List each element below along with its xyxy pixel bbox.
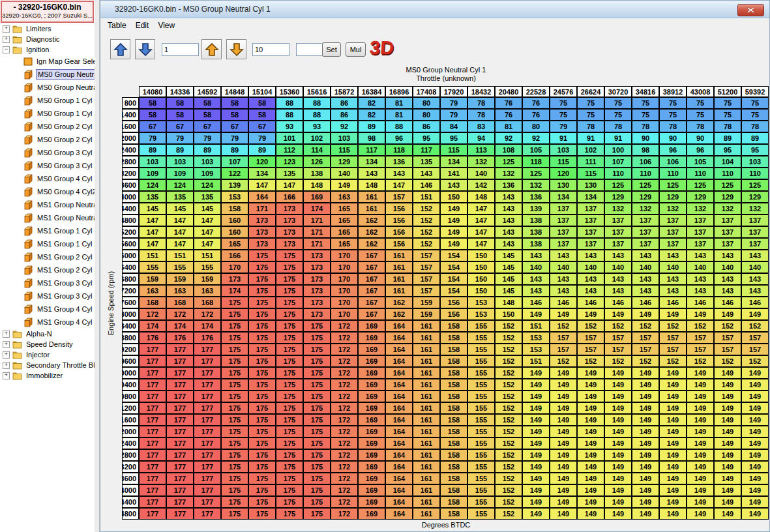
map-cell[interactable]: 140 — [632, 261, 659, 273]
map-cell[interactable]: 175 — [303, 391, 331, 402]
map-cell[interactable]: 95 — [440, 132, 467, 144]
map-cell[interactable]: 152 — [495, 332, 522, 344]
map-cell[interactable]: 143 — [495, 203, 522, 214]
map-cell[interactable]: 143 — [577, 273, 604, 285]
map-cell[interactable]: 160 — [221, 214, 248, 226]
map-cell[interactable]: 149 — [659, 473, 687, 484]
map-cell[interactable]: 158 — [221, 203, 248, 214]
map-cell[interactable]: 159 — [166, 273, 194, 285]
map-cell[interactable]: 78 — [741, 121, 769, 132]
map-cell[interactable]: 88 — [303, 109, 331, 121]
map-cell[interactable]: 143 — [495, 238, 522, 250]
map-cell[interactable]: 137 — [659, 214, 687, 226]
map-cell[interactable]: 89 — [714, 132, 741, 144]
map-cell[interactable]: 149 — [659, 367, 687, 379]
map-cell[interactable]: 143 — [714, 285, 741, 297]
map-cell[interactable]: 152 — [413, 214, 440, 226]
map-cell[interactable]: 155 — [166, 261, 194, 273]
map-cell[interactable]: 75 — [714, 109, 741, 121]
map-cell[interactable]: 149 — [741, 414, 769, 426]
map-cell[interactable]: 172 — [331, 344, 358, 355]
map-cell[interactable]: 149 — [687, 461, 714, 473]
map-cell[interactable]: 149 — [659, 308, 687, 320]
map-cell[interactable]: 175 — [303, 437, 331, 449]
map-cell[interactable]: 175 — [303, 379, 331, 391]
map-cell[interactable]: 161 — [413, 473, 440, 484]
map-cell[interactable]: 149 — [659, 496, 687, 508]
map-cell[interactable]: 149 — [687, 473, 714, 484]
column-header[interactable]: 20480 — [495, 86, 522, 97]
map-cell[interactable]: 86 — [331, 97, 358, 109]
map-cell[interactable]: 176 — [139, 332, 166, 344]
map-cell[interactable]: 137 — [632, 238, 659, 250]
map-cell[interactable]: 172 — [331, 332, 358, 344]
map-cell[interactable]: 75 — [632, 109, 659, 121]
column-header[interactable]: 16896 — [385, 86, 413, 97]
map-cell[interactable]: 147 — [248, 179, 276, 191]
map-cell[interactable]: 58 — [166, 97, 194, 109]
map-cell[interactable]: 175 — [303, 332, 331, 344]
map-cell[interactable]: 75 — [687, 109, 714, 121]
map-cell[interactable]: 129 — [659, 191, 687, 203]
map-cell[interactable]: 134 — [577, 191, 604, 203]
map-cell[interactable]: 78 — [687, 121, 714, 132]
row-header[interactable]: 7200 — [122, 285, 139, 297]
tree-item-ign-map-gear-sele[interactable]: Ign Map Gear Sele — [0, 55, 95, 68]
map-cell[interactable]: 137 — [741, 214, 769, 226]
map-cell[interactable]: 167 — [358, 297, 385, 308]
map-cell[interactable]: 175 — [248, 461, 276, 473]
map-cell[interactable]: 76 — [522, 97, 550, 109]
map-cell[interactable]: 147 — [467, 226, 495, 238]
map-cell[interactable]: 157 — [604, 332, 632, 344]
map-cell[interactable]: 149 — [577, 308, 604, 320]
map-cell[interactable]: 150 — [467, 261, 495, 273]
map-cell[interactable]: 175 — [303, 449, 331, 461]
map-cell[interactable]: 149 — [577, 391, 604, 402]
map-cell[interactable]: 174 — [221, 285, 248, 297]
map-cell[interactable]: 172 — [331, 449, 358, 461]
map-cell[interactable]: 149 — [714, 414, 741, 426]
map-cell[interactable]: 95 — [413, 132, 440, 144]
map-cell[interactable]: 175 — [303, 355, 331, 367]
map-cell[interactable]: 137 — [550, 238, 577, 250]
map-cell[interactable]: 152 — [632, 355, 659, 367]
map-cell[interactable]: 175 — [221, 402, 248, 414]
map-cell[interactable]: 155 — [467, 355, 495, 367]
map-cell[interactable]: 172 — [331, 391, 358, 402]
map-cell[interactable]: 75 — [687, 97, 714, 109]
map-cell[interactable]: 149 — [550, 391, 577, 402]
map-cell[interactable]: 177 — [139, 355, 166, 367]
map-cell[interactable]: 157 — [550, 332, 577, 344]
map-cell[interactable]: 91 — [550, 132, 577, 144]
map-cell[interactable]: 177 — [139, 402, 166, 414]
map-cell[interactable]: 175 — [248, 355, 276, 367]
map-cell[interactable]: 147 — [139, 214, 166, 226]
map-cell[interactable]: 165 — [331, 214, 358, 226]
map-cell[interactable]: 174 — [166, 320, 194, 332]
map-cell[interactable]: 96 — [659, 144, 687, 156]
map-cell[interactable]: 149 — [604, 391, 632, 402]
map-cell[interactable]: 175 — [303, 402, 331, 414]
map-cell[interactable]: 173 — [221, 273, 248, 285]
map-cell[interactable]: 149 — [632, 449, 659, 461]
map-cell[interactable]: 137 — [687, 214, 714, 226]
map-cell[interactable]: 177 — [166, 344, 194, 355]
map-cell[interactable]: 149 — [632, 402, 659, 414]
map-cell[interactable]: 175 — [248, 320, 276, 332]
map-cell[interactable]: 169 — [358, 461, 385, 473]
map-cell[interactable]: 175 — [303, 461, 331, 473]
map-cell[interactable]: 143 — [577, 250, 604, 261]
column-header[interactable]: 30720 — [604, 86, 632, 97]
map-cell[interactable]: 166 — [221, 250, 248, 261]
map-cell[interactable]: 137 — [577, 214, 604, 226]
map-cell[interactable]: 149 — [632, 484, 659, 496]
map-cell[interactable]: 153 — [467, 297, 495, 308]
map-cell[interactable]: 140 — [687, 261, 714, 273]
map-cell[interactable]: 161 — [413, 391, 440, 402]
map-cell[interactable]: 164 — [385, 508, 413, 520]
map-cell[interactable]: 173 — [276, 203, 303, 214]
map-cell[interactable]: 140 — [714, 261, 741, 273]
map-cell[interactable]: 175 — [276, 414, 303, 426]
map-cell[interactable]: 149 — [550, 308, 577, 320]
map-cell[interactable]: 125 — [495, 156, 522, 168]
